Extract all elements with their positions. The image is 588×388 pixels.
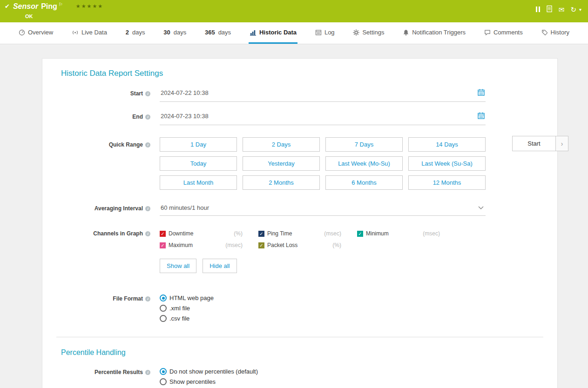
percentile-show[interactable]: Show percentiles <box>160 378 486 385</box>
file-format-html[interactable]: HTML web page <box>160 294 486 301</box>
checkbox-packet-loss[interactable] <box>258 242 264 248</box>
calendar-icon[interactable] <box>478 89 485 97</box>
tab-365-days[interactable]: 365 days <box>204 22 232 44</box>
tab-historic-data[interactable]: Historic Data <box>249 22 297 44</box>
bell-icon <box>403 29 409 36</box>
start-date-value: 2024-07-22 10:38 <box>161 89 209 96</box>
info-icon[interactable] <box>145 91 150 96</box>
averaging-row: Averaging Interval 60 minutes/1 hour <box>61 203 543 216</box>
quick-range-today[interactable]: Today <box>160 156 237 171</box>
percentile-title: Percentile Handling <box>61 348 543 357</box>
signal-icon <box>72 29 79 36</box>
quick-range-label: Quick Range <box>109 141 143 148</box>
report-icon[interactable] <box>546 5 553 13</box>
file-format-row: File Format HTML web page .xml file .csv… <box>61 294 543 322</box>
sensor-type-label: Sensor <box>13 2 38 11</box>
checkbox-downtime[interactable] <box>160 231 166 237</box>
channel-unit: (msec) <box>324 230 341 237</box>
end-row: End 2024-07-23 10:38 <box>61 112 543 125</box>
quick-range-last-week-mo-su[interactable]: Last Week (Mo-Su) <box>325 156 403 171</box>
start-label: Start <box>130 90 143 97</box>
quick-range-last-month[interactable]: Last Month <box>160 175 237 190</box>
start-report-arrow[interactable]: › <box>556 136 568 151</box>
hide-all-button[interactable]: Hide all <box>203 259 237 273</box>
flag-icon[interactable]: ⚐ <box>59 2 63 7</box>
info-icon[interactable] <box>145 231 150 236</box>
info-icon[interactable] <box>145 114 150 120</box>
channel-ping-time[interactable]: Ping Time (msec) <box>258 230 357 237</box>
channels-label: Channels in Graph <box>93 230 143 237</box>
file-format-xml[interactable]: .xml file <box>160 305 486 312</box>
pause-icon[interactable] <box>536 7 540 12</box>
tab-settings[interactable]: Settings <box>352 22 385 44</box>
calendar-icon[interactable] <box>478 112 485 120</box>
channel-name: Minimum <box>366 230 389 237</box>
averaging-interval-select[interactable]: 60 minutes/1 hour <box>160 203 486 216</box>
channels-row: Channels in Graph Downtime (%) Ping Time… <box>61 228 543 273</box>
radio-icon[interactable] <box>160 378 167 385</box>
channel-unit: (msec) <box>423 230 440 237</box>
channel-minimum[interactable]: Minimum (msec) <box>357 230 456 237</box>
sensor-header: ✔ Sensor Ping ⚐ ★★★★★ OK ✉ ↻ ▾ <box>0 0 588 22</box>
refresh-icon[interactable]: ↻ <box>570 6 576 13</box>
radio-icon[interactable] <box>160 305 167 312</box>
radio-icon[interactable] <box>160 315 167 322</box>
start-report-button[interactable]: Start <box>512 136 556 151</box>
sensor-status: OK <box>5 11 103 20</box>
channel-downtime[interactable]: Downtime (%) <box>160 230 258 237</box>
end-date-value: 2024-07-23 10:38 <box>161 113 209 120</box>
tab-log[interactable]: Log <box>314 22 336 44</box>
chevron-down-icon[interactable]: ▾ <box>579 7 581 12</box>
info-icon[interactable] <box>145 142 150 147</box>
quick-range-2-months[interactable]: 2 Months <box>243 175 320 190</box>
radio-icon[interactable] <box>160 368 167 375</box>
quick-range-1-day[interactable]: 1 Day <box>160 137 237 152</box>
radio-icon[interactable] <box>160 294 167 301</box>
email-icon[interactable]: ✉ <box>559 6 565 13</box>
chevron-down-icon <box>478 204 484 211</box>
quick-range-last-week-su-sa[interactable]: Last Week (Su-Sa) <box>408 156 486 171</box>
checkbox-ping-time[interactable] <box>258 231 264 237</box>
tab-notification-triggers[interactable]: Notification Triggers <box>402 22 466 44</box>
info-icon[interactable] <box>145 370 150 375</box>
info-icon[interactable] <box>145 206 150 211</box>
tab-live-data[interactable]: Live Data <box>71 22 108 44</box>
channel-maximum[interactable]: Maximum (msec) <box>160 242 258 248</box>
percentile-results-label: Percentile Results <box>95 369 143 375</box>
channel-name: Packet Loss <box>267 242 297 248</box>
channel-name: Maximum <box>169 242 193 248</box>
percentile-options: Do not show percentiles (default) Show p… <box>160 367 486 385</box>
info-icon[interactable] <box>145 296 150 301</box>
quick-range-7-days[interactable]: 7 Days <box>325 137 403 152</box>
quick-range-6-months[interactable]: 6 Months <box>325 175 403 190</box>
tab-history[interactable]: History <box>541 22 570 44</box>
end-date-field[interactable]: 2024-07-23 10:38 <box>160 112 486 125</box>
show-all-button[interactable]: Show all <box>160 259 196 273</box>
tab-30-days[interactable]: 30 days <box>162 22 187 44</box>
quick-range-2-days[interactable]: 2 Days <box>243 137 320 152</box>
tab-overview[interactable]: Overview <box>18 22 54 44</box>
tab-comments[interactable]: Comments <box>483 22 524 44</box>
priority-stars[interactable]: ★★★★★ <box>76 2 103 9</box>
file-format-options: HTML web page .xml file .csv file <box>160 294 486 322</box>
channel-name: Downtime <box>169 230 193 237</box>
tab-2-days[interactable]: 2 days <box>125 22 146 44</box>
gauge-icon <box>19 29 25 36</box>
quick-range-12-months[interactable]: 12 Months <box>408 175 486 190</box>
percentile-do-not-show[interactable]: Do not show percentiles (default) <box>160 368 486 375</box>
status-ok-icon: ✔ <box>5 3 10 10</box>
file-format-csv[interactable]: .csv file <box>160 315 486 322</box>
channel-packet-loss[interactable]: Packet Loss (%) <box>258 242 357 248</box>
quick-range-row: Quick Range 1 Day 2 Days 7 Days 14 Days … <box>61 137 543 190</box>
page-content: Start › Historic Data Report Settings St… <box>0 44 588 388</box>
quick-range-14-days[interactable]: 14 Days <box>408 137 486 152</box>
channel-unit: (%) <box>234 230 243 237</box>
checkbox-minimum[interactable] <box>357 231 363 237</box>
historic-data-card: Historic Data Report Settings Start 2024… <box>42 58 558 388</box>
checkbox-maximum[interactable] <box>160 242 166 248</box>
start-date-field[interactable]: 2024-07-22 10:38 <box>160 88 486 102</box>
averaging-interval-value: 60 minutes/1 hour <box>161 204 209 211</box>
percentile-results-row: Percentile Results Do not show percentil… <box>61 367 543 385</box>
quick-range-yesterday[interactable]: Yesterday <box>243 156 320 171</box>
channel-unit: (%) <box>332 242 341 248</box>
